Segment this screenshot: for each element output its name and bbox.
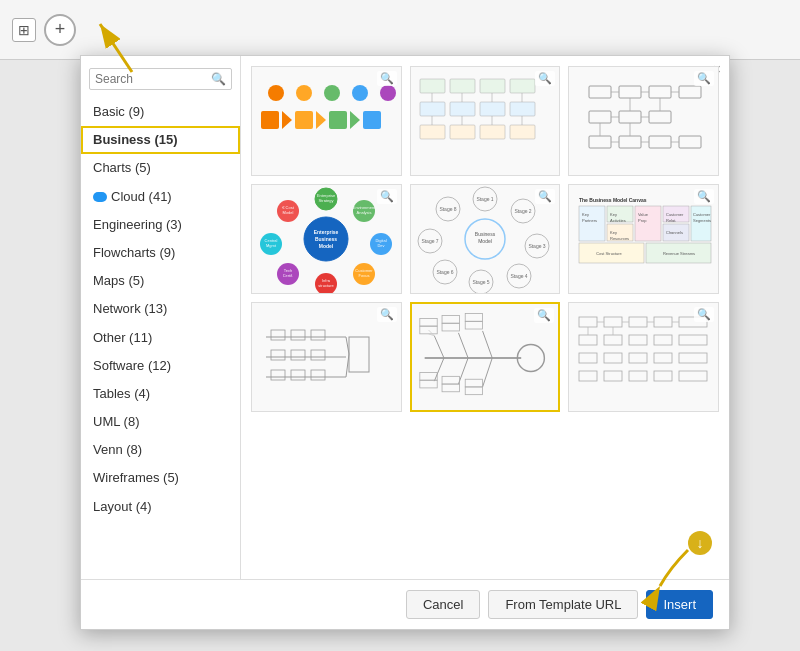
svg-rect-13 — [420, 79, 445, 93]
zoom-icon-6[interactable]: 🔍 — [694, 189, 714, 204]
svg-rect-36 — [679, 86, 701, 98]
svg-line-148 — [434, 357, 444, 380]
svg-text:Model: Model — [478, 238, 492, 244]
svg-point-11 — [352, 85, 368, 101]
sidebar-item-maps[interactable]: Maps (5) — [81, 267, 240, 295]
template-box-flow[interactable]: 🔍 — [568, 302, 719, 412]
grid-icon[interactable]: ⊞ — [12, 18, 36, 42]
sidebar-item-cloud[interactable]: Cloud (41) — [81, 183, 240, 211]
insert-button[interactable]: Insert — [646, 590, 713, 619]
svg-rect-38 — [619, 111, 641, 123]
svg-text:Stage 7: Stage 7 — [421, 238, 438, 244]
sidebar-item-tables[interactable]: Tables (4) — [81, 380, 240, 408]
zoom-icon-7[interactable]: 🔍 — [377, 307, 397, 322]
svg-rect-153 — [442, 323, 459, 331]
svg-text:Customer: Customer — [666, 212, 684, 217]
template-process-flow[interactable]: 🔍 — [251, 66, 402, 176]
svg-rect-23 — [480, 125, 505, 139]
sidebar-item-software[interactable]: Software (12) — [81, 352, 240, 380]
svg-rect-19 — [480, 102, 505, 116]
template-network[interactable]: 🔍 — [568, 66, 719, 176]
svg-rect-131 — [271, 330, 285, 340]
sidebar-item-engineering[interactable]: Engineering (3) — [81, 211, 240, 239]
svg-rect-1 — [261, 111, 279, 129]
toolbar: ⊞ + — [0, 0, 800, 60]
svg-line-145 — [434, 335, 444, 357]
template-org-chart[interactable]: 🔍 — [410, 66, 561, 176]
svg-text:Business: Business — [315, 236, 337, 242]
sidebar-item-network[interactable]: Network (13) — [81, 295, 240, 323]
svg-rect-179 — [679, 353, 707, 363]
zoom-icon-9[interactable]: 🔍 — [694, 307, 714, 322]
svg-rect-33 — [589, 86, 611, 98]
svg-rect-184 — [679, 371, 707, 381]
svg-rect-35 — [649, 86, 671, 98]
svg-text:Segments: Segments — [693, 218, 711, 223]
template-arrow-flow[interactable]: 🔍 — [251, 302, 402, 412]
svg-rect-3 — [295, 111, 313, 129]
svg-point-8 — [268, 85, 284, 101]
svg-rect-140 — [349, 337, 369, 372]
svg-rect-155 — [465, 321, 482, 329]
zoom-icon-1[interactable]: 🔍 — [377, 71, 397, 86]
category-sidebar: 🔍 Basic (9) Business (15) Charts (5) Clo… — [81, 56, 241, 579]
svg-rect-20 — [510, 102, 535, 116]
svg-text:Certif.: Certif. — [283, 273, 294, 278]
svg-text:Model: Model — [319, 243, 334, 249]
svg-marker-2 — [282, 111, 292, 129]
svg-rect-171 — [604, 335, 622, 345]
svg-rect-175 — [579, 353, 597, 363]
svg-rect-40 — [589, 136, 611, 148]
search-box[interactable]: 🔍 — [89, 68, 232, 90]
from-template-url-button[interactable]: From Template URL — [488, 590, 638, 619]
svg-text:Model: Model — [283, 210, 294, 215]
svg-rect-134 — [271, 350, 285, 360]
svg-text:Focus: Focus — [359, 273, 370, 278]
svg-rect-172 — [629, 335, 647, 345]
svg-rect-17 — [420, 102, 445, 116]
template-stage-wheel[interactable]: 🔍 Business Model Stage 1 Stage 2 Stage 3 — [410, 184, 561, 294]
template-fishbone[interactable]: 🔍 — [410, 302, 561, 412]
svg-text:Revenue Streams: Revenue Streams — [663, 251, 695, 256]
svg-rect-174 — [679, 335, 707, 345]
svg-rect-152 — [420, 318, 437, 326]
svg-text:Stage 2: Stage 2 — [514, 208, 531, 214]
svg-point-9 — [296, 85, 312, 101]
svg-text:Channels: Channels — [666, 230, 683, 235]
svg-rect-166 — [604, 317, 622, 327]
svg-rect-5 — [329, 111, 347, 129]
svg-text:Enterprise: Enterprise — [314, 229, 339, 235]
svg-text:Stage 8: Stage 8 — [439, 206, 456, 212]
zoom-icon-2[interactable]: 🔍 — [535, 71, 555, 86]
sidebar-item-basic[interactable]: Basic (9) — [81, 98, 240, 126]
svg-rect-43 — [679, 136, 701, 148]
sidebar-item-other[interactable]: Other (11) — [81, 324, 240, 352]
sidebar-item-uml[interactable]: UML (8) — [81, 408, 240, 436]
sidebar-item-flowcharts[interactable]: Flowcharts (9) — [81, 239, 240, 267]
plus-icon[interactable]: + — [44, 14, 76, 46]
sidebar-item-wireframes[interactable]: Wireframes (5) — [81, 464, 240, 492]
search-input[interactable] — [95, 72, 211, 86]
zoom-icon-5[interactable]: 🔍 — [535, 189, 555, 204]
template-content-area: 🔍 — [241, 56, 729, 579]
template-bmc[interactable]: 🔍 The Business Model Canvas Key Partners… — [568, 184, 719, 294]
template-grid: 🔍 — [251, 66, 719, 412]
svg-text:Key: Key — [610, 230, 617, 235]
svg-rect-154 — [442, 315, 459, 323]
sidebar-item-business[interactable]: Business (15) — [81, 126, 240, 154]
svg-marker-6 — [350, 111, 360, 129]
zoom-icon-4[interactable]: 🔍 — [377, 189, 397, 204]
cancel-button[interactable]: Cancel — [406, 590, 480, 619]
svg-rect-170 — [579, 335, 597, 345]
svg-rect-24 — [510, 125, 535, 139]
sidebar-item-layout[interactable]: Layout (4) — [81, 493, 240, 521]
template-biz-model[interactable]: 🔍 Enterprise Business Model Enterprise S… — [251, 184, 402, 294]
svg-text:Key: Key — [610, 212, 617, 217]
zoom-icon-8[interactable]: 🔍 — [534, 308, 554, 323]
svg-text:Business: Business — [475, 231, 496, 237]
svg-text:The Business Model Canvas: The Business Model Canvas — [579, 197, 647, 203]
zoom-icon-3[interactable]: 🔍 — [694, 71, 714, 86]
sidebar-item-charts[interactable]: Charts (5) — [81, 154, 240, 182]
sidebar-item-venn[interactable]: Venn (8) — [81, 436, 240, 464]
svg-text:Relat.: Relat. — [666, 218, 676, 223]
